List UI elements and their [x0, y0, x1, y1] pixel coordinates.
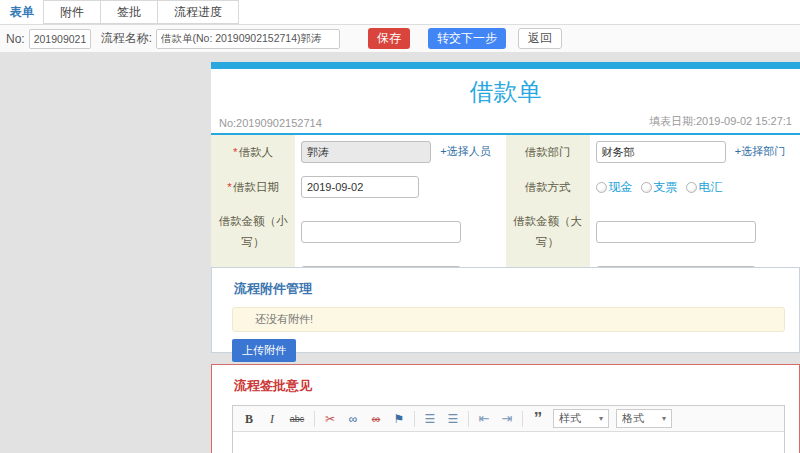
dept-label-cell: 借款部门	[506, 135, 590, 170]
toolbar-separator	[522, 411, 523, 427]
attachments-heading: 流程附件管理	[212, 268, 799, 298]
toolbar-separator	[414, 411, 415, 427]
method-label-cell: 借款方式	[506, 170, 590, 205]
tab-form[interactable]: 表单	[0, 0, 44, 24]
tab-bar: 表单 附件 签批 流程进度	[0, 0, 800, 25]
dept-input[interactable]	[596, 141, 726, 163]
radio-cash[interactable]: 现金	[596, 179, 633, 196]
link-icon[interactable]: ∞	[345, 411, 361, 427]
required-mark: *	[233, 146, 237, 158]
blockquote-icon[interactable]: ”	[530, 414, 546, 424]
radio-check[interactable]: 支票	[641, 179, 678, 196]
radio-circle-icon[interactable]	[641, 182, 652, 193]
loan-method-radio-group: 现金 支票 电汇	[596, 179, 795, 196]
no-attachments-alert: 还没有附件!	[232, 307, 785, 332]
approval-panel: 流程签批意见 B I abc ✂ ∞ ∞ ⚑ ☰ ☰ ⇤ ⇥ ” 样式 ▾ 格式	[211, 364, 800, 453]
radio-cash-label: 现金	[609, 179, 633, 196]
amount-upper-field-cell	[590, 204, 800, 259]
date-label-cell: *借款日期	[211, 170, 295, 205]
form-meta-row: No:20190902152714 填表日期:2019-09-02 15:27:…	[211, 112, 800, 135]
editor-toolbar: B I abc ✂ ∞ ∞ ⚑ ☰ ☰ ⇤ ⇥ ” 样式 ▾ 格式 ▾	[233, 406, 784, 432]
indent-icon[interactable]: ⇥	[499, 411, 515, 427]
dept-field-cell: +选择部门	[590, 135, 800, 170]
radio-circle-icon[interactable]	[686, 182, 697, 193]
flow-name-label: 流程名称:	[101, 30, 152, 47]
style-dropdown-label: 样式	[559, 411, 581, 426]
borrower-field-cell: +选择人员	[295, 135, 506, 170]
action-toolbar: No: 流程名称: 保存 转交下一步 返回	[0, 25, 800, 53]
bullet-list-icon[interactable]: ☰	[445, 411, 461, 427]
loan-date-input[interactable]	[301, 176, 419, 198]
save-button[interactable]: 保存	[368, 28, 410, 49]
table-row: *借款人 +选择人员 借款部门 +选择部门	[211, 135, 800, 170]
toolbar-separator	[468, 411, 469, 427]
header: 表单 附件 签批 流程进度 No: 流程名称: 保存 转交下一步 返回	[0, 0, 800, 53]
no-label: No:	[6, 32, 25, 46]
anchor-flag-icon[interactable]: ⚑	[391, 411, 407, 427]
bold-icon[interactable]: B	[241, 411, 257, 427]
unlink-icon[interactable]: ∞	[368, 411, 384, 427]
amount-upper-input[interactable]	[596, 221, 756, 243]
tab-approval[interactable]: 签批	[100, 0, 158, 24]
remove-format-icon[interactable]: ✂	[322, 411, 338, 427]
select-person-link[interactable]: +选择人员	[440, 145, 490, 157]
approval-heading: 流程签批意见	[212, 365, 799, 395]
tab-progress[interactable]: 流程进度	[157, 0, 239, 24]
amount-lower-input[interactable]	[301, 221, 461, 243]
radio-wire-label: 电汇	[699, 179, 723, 196]
next-step-button[interactable]: 转交下一步	[428, 28, 506, 49]
outdent-icon[interactable]: ⇤	[476, 411, 492, 427]
strikethrough-icon[interactable]: abc	[287, 411, 307, 427]
amount-lower-field-cell	[295, 204, 506, 259]
table-row: *借款日期 借款方式 现金 支票 电汇	[211, 170, 800, 205]
toolbar-separator	[314, 411, 315, 427]
chevron-down-icon: ▾	[599, 414, 603, 423]
form-no-text: No:20190902152714	[219, 117, 322, 129]
radio-check-label: 支票	[654, 179, 678, 196]
form-title: 借款单	[211, 69, 800, 112]
chevron-down-icon: ▾	[662, 414, 666, 423]
style-dropdown[interactable]: 样式 ▾	[553, 409, 609, 428]
format-dropdown-label: 格式	[622, 411, 644, 426]
tab-attachments[interactable]: 附件	[43, 0, 101, 24]
format-dropdown[interactable]: 格式 ▾	[616, 409, 672, 428]
attachments-panel: 流程附件管理 还没有附件! 上传附件	[211, 267, 800, 353]
form-date-text: 填表日期:2019-09-02 15:27:1	[649, 114, 792, 129]
borrower-label-cell: *借款人	[211, 135, 295, 170]
required-mark: *	[227, 181, 231, 193]
amount-upper-label-cell: 借款金额（大写）	[506, 204, 590, 259]
approval-editor: B I abc ✂ ∞ ∞ ⚑ ☰ ☰ ⇤ ⇥ ” 样式 ▾ 格式 ▾	[232, 405, 785, 453]
radio-circle-icon[interactable]	[596, 182, 607, 193]
amount-lower-label-cell: 借款金额（小写）	[211, 204, 295, 259]
italic-icon[interactable]: I	[264, 411, 280, 427]
radio-wire[interactable]: 电汇	[686, 179, 723, 196]
back-button[interactable]: 返回	[518, 28, 562, 49]
numbered-list-icon[interactable]: ☰	[422, 411, 438, 427]
approval-editor-content[interactable]	[233, 432, 784, 453]
no-input[interactable]	[29, 29, 91, 49]
table-row: 借款金额（小写） 借款金额（大写）	[211, 204, 800, 259]
select-dept-link[interactable]: +选择部门	[735, 145, 785, 157]
date-field-cell	[295, 170, 506, 205]
flow-name-input[interactable]	[156, 29, 340, 49]
loan-form-panel: 借款单 No:20190902152714 填表日期:2019-09-02 15…	[211, 62, 800, 258]
borrower-input[interactable]	[301, 141, 431, 163]
form-top-bar	[211, 62, 800, 69]
method-field-cell: 现金 支票 电汇	[590, 170, 800, 205]
upload-attachment-button[interactable]: 上传附件	[232, 339, 296, 362]
